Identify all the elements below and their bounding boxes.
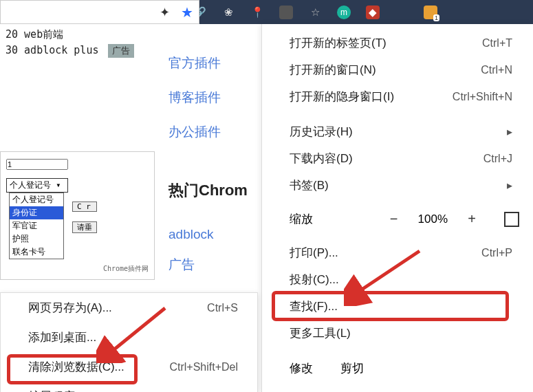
zoom-value: 100%: [418, 213, 448, 226]
listing-num: 30: [6, 44, 18, 56]
menu-label: 打开新的窗口(N): [290, 62, 376, 78]
menu-history[interactable]: 历史记录(H) ▸: [262, 118, 533, 145]
submenu-clear-data[interactable]: 清除浏览数据(C)... Ctrl+Shift+Del: [1, 352, 257, 382]
browser-main-menu: 打开新的标签页(T) Ctrl+T 打开新的窗口(N) Ctrl+N 打开新的隐…: [261, 24, 533, 392]
form-input[interactable]: [6, 159, 68, 170]
menu-shortcut: Ctrl+J: [483, 153, 512, 165]
list-link-adblock[interactable]: adblock: [168, 227, 214, 242]
menu-shortcut: Ctrl+T: [482, 37, 512, 50]
bookmark-star-icon[interactable]: ★: [181, 4, 193, 21]
chevron-right-icon: ▸: [507, 179, 512, 192]
listing-name: adblock plus: [24, 44, 98, 56]
menu-label: 打开新的标签页(T): [290, 35, 387, 51]
menu-print[interactable]: 打印(P)... Ctrl+P: [262, 239, 533, 266]
menu-bookmarks[interactable]: 书签(B) ▸: [262, 172, 533, 199]
sidebar-link-blog[interactable]: 博客插件: [168, 89, 265, 107]
chevron-right-icon: ▸: [507, 125, 512, 138]
select-opt[interactable]: 联名卡号: [10, 246, 63, 259]
form-select[interactable]: 个人登记号 ▾: [7, 179, 67, 192]
browser-toolbar: ✦ ★ ⚙ 🔗 ❀ 📍 ☆ m ◆ 1: [0, 0, 533, 24]
extensions-icon[interactable]: ✦: [160, 5, 170, 20]
login-form: 个人登记号 ▾ 个人登记号 身份证 军官证 护照 联名卡号 C r 请垂 Chr…: [0, 151, 155, 280]
menu-shortcut: Ctrl+Shift+N: [453, 91, 512, 103]
menu-label: 扩展程序(E): [28, 389, 91, 392]
blank-icon[interactable]: [395, 6, 409, 19]
menu-label: 查找(F)...: [290, 298, 338, 314]
sidebar-links: 官方插件 博客插件 办公插件: [168, 38, 265, 157]
form-btn-cr[interactable]: C r: [72, 202, 97, 212]
listing-tag: 广告: [108, 44, 134, 58]
edit-label: 修改: [290, 360, 313, 376]
menu-find[interactable]: 查找(F)...: [262, 293, 533, 320]
section-heading: 热门Chrom: [168, 180, 248, 201]
menu-label: 历史记录(H): [290, 124, 353, 140]
toolbar-left-white: ✦ ★: [0, 0, 199, 24]
form-btn-clear[interactable]: 请垂: [72, 221, 97, 233]
orange-badge-icon[interactable]: 1: [424, 6, 437, 19]
menu-label: 添加到桌面...: [28, 329, 96, 345]
square-icon[interactable]: [279, 6, 293, 19]
select-opt[interactable]: 个人登记号: [10, 193, 63, 206]
menu-label: 下载内容(D): [290, 151, 353, 166]
menu-label: 网页另存为(A)...: [28, 300, 112, 316]
menu-label: 打印(P)...: [290, 245, 338, 261]
zoom-label: 缩放: [290, 211, 313, 227]
menu-new-tab[interactable]: 打开新的标签页(T) Ctrl+T: [262, 30, 533, 56]
listing-row: 20 web前端: [6, 28, 156, 41]
menu-downloads[interactable]: 下载内容(D) Ctrl+J: [262, 145, 533, 172]
menu-new-window[interactable]: 打开新的窗口(N) Ctrl+N: [262, 56, 533, 83]
section-list: adblock 广告: [168, 213, 214, 287]
flower-icon[interactable]: ❀: [221, 6, 235, 19]
menu-shortcut: Ctrl+Shift+Del: [169, 361, 238, 373]
menu-cast[interactable]: 投射(C)...: [262, 266, 533, 293]
select-opt-selected[interactable]: 身份证: [10, 206, 63, 219]
list-link-ads[interactable]: 广告: [168, 256, 214, 274]
select-opt[interactable]: 护照: [10, 232, 63, 246]
pin-icon[interactable]: 📍: [250, 6, 264, 19]
menu-incognito[interactable]: 打开新的隐身窗口(I) Ctrl+Shift+N: [262, 83, 533, 110]
submenu-save-as[interactable]: 网页另存为(A)... Ctrl+S: [1, 293, 257, 323]
m-badge-icon[interactable]: m: [337, 6, 351, 19]
listing-row: 30 adblock plus 广告: [6, 44, 156, 58]
fullscreen-icon[interactable]: [504, 212, 519, 227]
menu-edit-row: 修改 剪切: [262, 355, 533, 382]
menu-label: 清除浏览数据(C)...: [28, 359, 124, 375]
zoom-in-button[interactable]: +: [464, 211, 479, 227]
more-tools-submenu: 网页另存为(A)... Ctrl+S 添加到桌面... 清除浏览数据(C)...…: [0, 292, 258, 392]
menu-label: 打开新的隐身窗口(I): [290, 89, 394, 105]
submenu-add-desktop[interactable]: 添加到桌面...: [1, 323, 257, 352]
sidebar-link-official[interactable]: 官方插件: [168, 54, 265, 72]
shield-icon[interactable]: ☆: [308, 6, 322, 19]
form-select-options: 个人登记号 身份证 军官证 护照 联名卡号: [9, 193, 64, 259]
menu-label: 投射(C)...: [290, 272, 339, 287]
red-badge-icon[interactable]: ◆: [366, 6, 380, 19]
menu-shortcut: Ctrl+N: [481, 64, 512, 76]
zoom-out-button[interactable]: −: [387, 211, 402, 227]
sidebar-link-office[interactable]: 办公插件: [168, 123, 265, 141]
menu-shortcut: Ctrl+P: [481, 247, 512, 259]
menu-label: 更多工具(L): [290, 325, 351, 341]
submenu-extensions[interactable]: 扩展程序(E): [1, 382, 257, 392]
menu-more-tools[interactable]: 更多工具(L): [262, 320, 533, 347]
edit-cut-button[interactable]: 剪切: [340, 360, 364, 376]
menu-shortcut: Ctrl+S: [207, 302, 238, 314]
page-left-listing: 20 web前端 30 adblock plus 广告: [0, 24, 162, 65]
form-tiny-text: Chrome插件网: [103, 265, 149, 272]
menu-zoom: 缩放 − 100% +: [262, 207, 533, 231]
select-opt[interactable]: 军官证: [10, 219, 63, 232]
menu-label: 书签(B): [290, 177, 329, 193]
